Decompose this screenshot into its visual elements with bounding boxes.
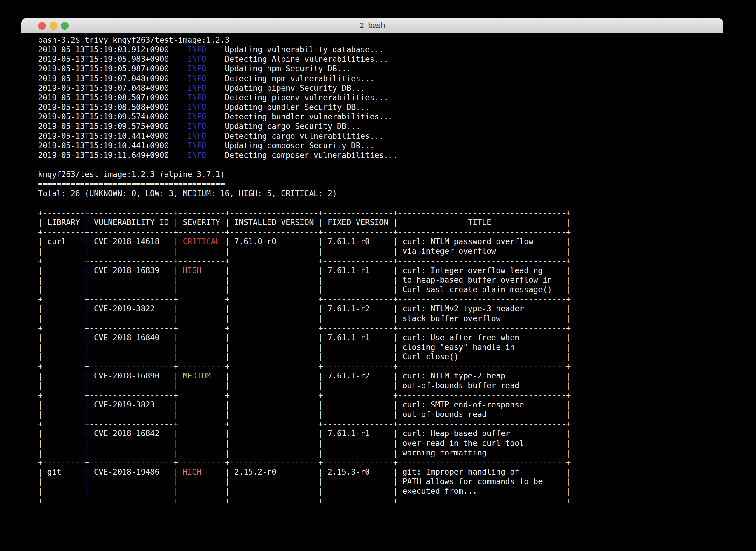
terminal-text: | | | | | | executed from... | [38,487,571,496]
vulnerability-table-line: +---------+------------------+----------… [38,458,723,467]
vulnerability-table-line: | | CVE-2018-16839 | HIGH | | 7.61.1-r1 … [38,265,723,275]
terminal-text: Detecting Alpine vulnerabilities... [206,55,388,64]
terminal-text: + +------------------+ + +--------------… [38,419,571,428]
terminal-text: | | | | | | PATH allows for commands to … [38,477,571,486]
terminal-text: Detecting cargo vulnerabilities... [206,132,384,141]
terminal-text: | 2.15.2-r0 | 2.15.3-r0 | git: Improper … [202,467,571,476]
terminal-text: | 7.61.0-r0 | 7.61.1-r0 | curl: NTLM pas… [220,237,571,246]
terminal-text-info: INFO [187,45,206,54]
terminal-text: | | | | | | Curl_close() | [38,352,571,361]
terminal-text: 2019-05-13T15:19:09.574+0900 [38,112,187,121]
terminal-text: 2019-05-13T15:19:10.441+0900 [38,141,187,150]
terminal-text: Total: 26 (UNKNOWN: 0, LOW: 3, MEDIUM: 1… [38,189,337,198]
terminal-text: bash-3.2$ trivy knqyf263/test-image:1.2.… [38,35,230,44]
vulnerability-table-line: | | CVE-2019-3822 | | | 7.61.1-r2 | curl… [38,304,723,314]
terminal-text: | | 7.61.1-r2 | curl: NTLM type-2 heap | [211,371,571,380]
terminal-text: knqyf263/test-image:1.2.3 (alpine 3.7.1) [38,170,225,179]
terminal-text: + +------------------+ + + +------------… [38,496,571,505]
vulnerability-table-line: | | CVE-2019-3823 | | | | curl: SMTP end… [38,400,723,410]
vulnerability-table-line: + +------------------+ + +--------------… [38,419,723,429]
terminal-text: Detecting composer vulnerabilities... [206,151,398,160]
vulnerability-table-line: + +------------------+ + +--------------… [38,323,723,333]
vulnerability-table-line: | | CVE-2018-16842 | | | 7.61.1-r1 | cur… [38,429,723,438]
terminal-text: | | | | | | stack buffer overflow | [38,314,571,323]
vulnerability-table-line: | | | | | | PATH allows for commands to … [38,477,723,486]
report-target: knqyf263/test-image:1.2.3 (alpine 3.7.1) [38,169,723,179]
report-underline: ======================================== [38,179,723,189]
vulnerability-table-line: + +------------------+----------+ +-----… [38,362,723,371]
desktop-background: 2. bash bash-3.2$ trivy knqyf263/test-im… [0,0,756,551]
terminal-text: Updating vulnerability database... [206,45,384,54]
log-line: 2019-05-13T15:19:05.983+0900 INFO Detect… [38,54,723,64]
terminal-text: | | | | | | out-of-bounds read | [38,410,571,419]
terminal-text: | | CVE-2018-16839 | [38,266,183,275]
log-line: 2019-05-13T15:19:07.048+0900 INFO Detect… [38,74,723,83]
vulnerability-table-line: + +------------------+----------+ +-----… [38,256,723,265]
terminal-text-medium: MEDIUM [183,371,211,380]
prompt-line: bash-3.2$ trivy knqyf263/test-image:1.2.… [38,35,723,45]
terminal-text-info: INFO [187,103,206,112]
terminal-text: Updating cargo Security DB... [206,122,361,131]
terminal-text: | curl | CVE-2018-14618 | [38,237,183,246]
terminal-text: 2019-05-13T15:19:11.649+0900 [38,151,187,160]
terminal-text: | | CVE-2019-3823 | | | | curl: SMTP end… [38,400,571,409]
vulnerability-table-line: | | | | | | over-read in the curl tool | [38,439,723,448]
terminal-text: Detecting bundler vulnerabilities... [206,112,393,121]
terminal-text: | | CVE-2018-16842 | | | 7.61.1-r1 | cur… [38,429,571,438]
blank-line [38,198,723,208]
vulnerability-table-line: + +------------------+ + + +------------… [38,391,723,400]
terminal-text: 2019-05-13T15:19:07.048+0900 [38,74,187,83]
blank-line [38,160,723,169]
vulnerability-table-line: | | | | | | executed from... | [38,486,723,496]
vulnerability-table-line: | | | | | | closing "easy" handle in | [38,342,723,352]
terminal-text: | | | | | | to heap-based buffer overflo… [38,276,571,285]
vulnerability-table-line: + +------------------+ + + +------------… [38,496,723,505]
terminal-text: | | 7.61.1-r1 | curl: Integer overflow l… [202,266,571,275]
log-line: 2019-05-13T15:19:09.574+0900 INFO Detect… [38,112,723,121]
terminal-text: + +------------------+----------+ +-----… [38,256,571,265]
window-title: 2. bash [21,18,723,33]
terminal-text: Updating pipenv Security DB... [206,84,365,92]
terminal-text-critical: CRITICAL [183,237,220,246]
terminal-text-info: INFO [187,74,206,83]
terminal-text: | | | | | | closing "easy" handle in | [38,343,571,352]
terminal-text: Detecting pipenv vulnerabilities... [206,93,388,102]
terminal-text: ======================================== [38,179,225,188]
vulnerability-table-line: | | | | | | warning formatting | [38,448,723,458]
log-line: 2019-05-13T15:19:10.441+0900 INFO Detect… [38,131,723,141]
terminal-text: 2019-05-13T15:19:09.575+0900 [38,122,187,131]
vulnerability-table-line: +---------+------------------+----------… [38,227,723,237]
terminal-text: + +------------------+----------+ +-----… [38,362,571,371]
terminal-text: | | CVE-2019-3822 | | | 7.61.1-r2 | curl… [38,304,571,313]
log-line: 2019-05-13T15:19:03.912+0900 INFO Updati… [38,45,723,54]
terminal-text: +---------+------------------+----------… [38,227,571,236]
vulnerability-table-line: | | CVE-2018-16890 | MEDIUM | | 7.61.1-r… [38,371,723,381]
vulnerability-table-line: | LIBRARY | VULNERABILITY ID | SEVERITY … [38,217,723,227]
vulnerability-table-line: | | CVE-2018-16840 | | | 7.61.1-r1 | cur… [38,333,723,342]
terminal-text: 2019-05-13T15:19:05.987+0900 [38,64,187,73]
terminal-text-info: INFO [187,64,206,73]
terminal-text-high: HIGH [183,467,202,476]
vulnerability-table-line: | | | | | | Curl_close() | [38,352,723,362]
terminal-output[interactable]: bash-3.2$ trivy knqyf263/test-image:1.2.… [21,33,723,551]
terminal-text: | | | | | | via integer overflow | [38,246,571,255]
terminal-text: | | CVE-2018-16840 | | | 7.61.1-r1 | cur… [38,333,571,342]
terminal-text: 2019-05-13T15:19:07.048+0900 [38,84,187,92]
terminal-text: 2019-05-13T15:19:10.441+0900 [38,132,187,141]
terminal-text: Updating npm Security DB... [206,64,351,73]
log-line: 2019-05-13T15:19:11.649+0900 INFO Detect… [38,150,723,160]
terminal-text: | LIBRARY | VULNERABILITY ID | SEVERITY … [38,218,571,227]
terminal-text: Updating bundler Security DB... [206,103,370,112]
log-line: 2019-05-13T15:19:05.987+0900 INFO Updati… [38,64,723,73]
terminal-text: +---------+------------------+----------… [38,458,571,467]
log-line: 2019-05-13T15:19:08.507+0900 INFO Detect… [38,93,723,102]
terminal-text: | | | | | | out-of-bounds buffer read | [38,381,571,390]
vulnerability-table-line: + +------------------+ + +--------------… [38,294,723,304]
terminal-text: | | | | | | warning formatting | [38,448,571,457]
terminal-text: 2019-05-13T15:19:05.983+0900 [38,55,187,64]
terminal-text: + +------------------+ + +--------------… [38,295,571,304]
terminal-text: 2019-05-13T15:19:03.912+0900 [38,45,187,54]
window-title-bar[interactable]: 2. bash [21,18,723,33]
terminal-text-info: INFO [187,112,206,121]
log-line: 2019-05-13T15:19:10.441+0900 INFO Updati… [38,141,723,150]
